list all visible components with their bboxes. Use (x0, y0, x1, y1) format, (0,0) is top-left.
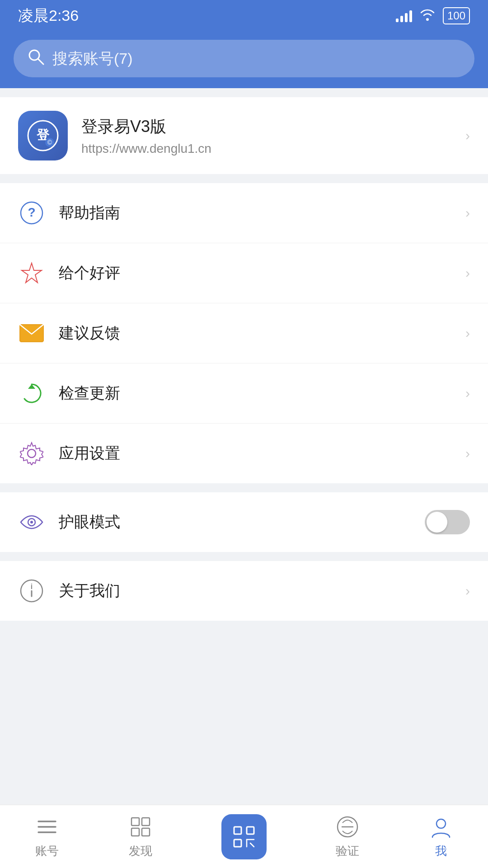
signal-icon (396, 9, 412, 22)
update-label: 检查更新 (59, 383, 120, 404)
toggle-switch[interactable] (425, 510, 470, 534)
search-bar[interactable]: 搜索账号(7) (14, 40, 474, 77)
menu-item-about[interactable]: i 关于我们 › (0, 561, 488, 621)
svg-line-1 (38, 59, 43, 64)
settings-chevron: › (465, 446, 470, 461)
app-url: https://www.denglu1.cn (81, 142, 211, 156)
verify-label: 验证 (336, 843, 359, 859)
search-icon (27, 48, 44, 69)
nav-item-me[interactable]: 我 (428, 814, 454, 859)
bottom-nav: 账号 发现 (0, 805, 488, 868)
app-card-left: 登 © 登录易V3版 https://www.denglu1.cn (18, 111, 211, 160)
scan-button[interactable] (221, 814, 267, 859)
verify-icon (335, 814, 360, 840)
app-card[interactable]: 登 © 登录易V3版 https://www.denglu1.cn › (0, 97, 488, 174)
app-info: 登录易V3版 https://www.denglu1.cn (81, 116, 211, 156)
search-bar-container: 搜索账号(7) (0, 32, 488, 88)
svg-text:©: © (47, 139, 52, 146)
menu-item-rate[interactable]: 给个好评 › (0, 243, 488, 303)
svg-rect-22 (131, 828, 139, 836)
svg-text:i: i (31, 583, 33, 590)
settings-label: 应用设置 (59, 443, 120, 464)
svg-marker-8 (22, 263, 42, 283)
about-label: 关于我们 (59, 580, 120, 601)
nav-item-accounts[interactable]: 账号 (34, 814, 60, 859)
svg-point-32 (436, 819, 446, 828)
eye-mode-section: 护眼模式 (0, 492, 488, 552)
search-placeholder: 搜索账号(7) (52, 48, 133, 69)
rate-chevron: › (465, 265, 470, 281)
about-chevron: › (465, 583, 470, 599)
star-icon (18, 259, 45, 287)
eye-mode-toggle[interactable] (425, 510, 470, 534)
info-icon: i (18, 577, 45, 604)
svg-rect-21 (142, 818, 150, 826)
nav-item-scan[interactable] (221, 814, 267, 859)
app-name: 登录易V3版 (81, 116, 211, 138)
gear-icon (18, 440, 45, 467)
update-chevron: › (465, 386, 470, 401)
accounts-icon (34, 814, 60, 840)
svg-point-13 (30, 521, 33, 524)
email-icon (18, 320, 45, 347)
svg-rect-25 (247, 827, 254, 834)
app-logo: 登 © (18, 111, 68, 160)
menu-item-eye-mode[interactable]: 护眼模式 (0, 492, 488, 552)
nav-item-verify[interactable]: 验证 (335, 814, 360, 859)
nav-item-discover[interactable]: 发现 (128, 814, 153, 859)
battery-icon: 100 (443, 7, 470, 24)
svg-rect-24 (234, 827, 241, 834)
svg-rect-26 (234, 840, 241, 847)
eye-icon (18, 509, 45, 536)
svg-rect-20 (131, 818, 139, 826)
menu-item-settings[interactable]: 应用设置 › (0, 424, 488, 483)
status-icons: 100 (396, 7, 470, 24)
menu-item-feedback[interactable]: 建议反馈 › (0, 303, 488, 363)
svg-rect-23 (142, 828, 150, 836)
menu-item-update[interactable]: 检查更新 › (0, 363, 488, 424)
accounts-label: 账号 (35, 843, 59, 859)
help-chevron: › (465, 205, 470, 221)
discover-icon (128, 814, 153, 840)
me-icon (428, 814, 454, 840)
menu-section: ? 帮助指南 › 给个好评 › 建议反馈 (0, 183, 488, 483)
about-section: i 关于我们 › (0, 561, 488, 621)
discover-label: 发现 (129, 843, 152, 859)
menu-item-help[interactable]: ? 帮助指南 › (0, 183, 488, 243)
status-time: 凌晨2:36 (18, 5, 79, 26)
me-label: 我 (435, 843, 447, 859)
refresh-icon (18, 380, 45, 407)
feedback-label: 建议反馈 (59, 323, 120, 344)
rate-label: 给个好评 (59, 263, 120, 283)
app-card-chevron: › (465, 128, 470, 143)
feedback-chevron: › (465, 326, 470, 341)
question-icon: ? (18, 199, 45, 226)
help-label: 帮助指南 (59, 203, 120, 223)
status-bar: 凌晨2:36 100 (0, 0, 488, 32)
svg-text:?: ? (28, 205, 35, 219)
eye-mode-label: 护眼模式 (59, 512, 120, 533)
wifi-icon (419, 8, 436, 24)
svg-point-11 (28, 449, 36, 458)
svg-line-29 (250, 843, 254, 847)
